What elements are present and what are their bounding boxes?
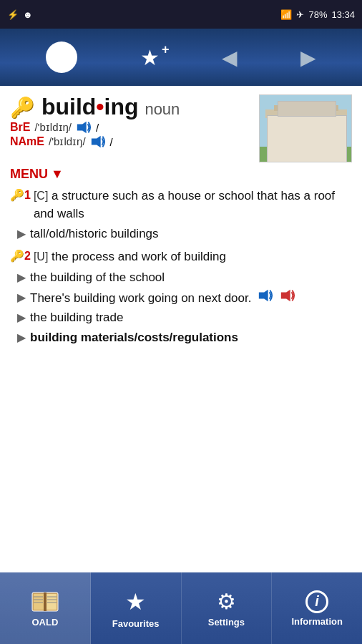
- bre-label: BrE: [10, 121, 30, 134]
- svg-rect-14: [318, 135, 327, 144]
- example-text-2-2: There's building work going on next door…: [30, 289, 295, 307]
- def-text-2: [U] the process and work of building: [34, 248, 226, 266]
- name-pron: /'bɪldɪŋ/: [49, 135, 86, 148]
- bre-pron: /'bɪldɪŋ/: [34, 121, 72, 134]
- tab-oald-label: OALD: [31, 617, 58, 628]
- example-2-3: ▶ the building trade: [17, 309, 352, 326]
- book-icon: [31, 590, 59, 614]
- android-icon: ☻: [23, 9, 33, 20]
- bre-slash: /: [96, 122, 99, 134]
- example-2-1: ▶ the building of the school: [17, 269, 352, 286]
- menu-arrow: ▼: [51, 167, 64, 182]
- svg-marker-22: [281, 289, 290, 301]
- status-left: ⚡ ☻: [7, 9, 33, 20]
- arrow-icon-3: ▶: [17, 291, 26, 304]
- svg-rect-19: [314, 115, 316, 149]
- tab-settings[interactable]: ⚙ Settings: [182, 572, 273, 644]
- tab-bar: OALD ★ Favourites ⚙ Settings i Informati…: [0, 572, 362, 644]
- name-sound-button[interactable]: [90, 135, 106, 148]
- bre-sound-button[interactable]: [76, 121, 92, 134]
- example-sound-1[interactable]: [258, 289, 273, 302]
- arrow-icon: ▶: [17, 227, 26, 240]
- svg-rect-6: [274, 105, 338, 111]
- svg-rect-18: [295, 115, 298, 149]
- svg-rect-3: [260, 147, 352, 162]
- status-right: 📶 ✈ 78% 13:34: [280, 9, 355, 20]
- svg-rect-5: [265, 109, 347, 118]
- name-pronunciation: NAmE /'bɪldɪŋ/ /: [10, 135, 252, 148]
- example-2-4: ▶ building materials/costs/regulations: [17, 329, 352, 346]
- definition-2: 🔑2 [U] the process and work of building …: [10, 248, 352, 346]
- example-text-2-3: the building trade: [30, 309, 123, 326]
- word-title: 🔑 build•ing noun: [10, 94, 252, 119]
- def-icon-1: 🔑1: [10, 188, 31, 202]
- star-tab-icon: ★: [125, 588, 146, 615]
- building-illustration: [260, 95, 352, 162]
- menu-label[interactable]: MENU ▼: [10, 167, 352, 182]
- example-text-2-1: the building of the school: [30, 269, 165, 286]
- tab-oald[interactable]: OALD: [0, 572, 91, 644]
- battery-text: 78%: [308, 9, 327, 20]
- svg-rect-11: [333, 120, 338, 130]
- def-icon-2: 🔑2: [10, 249, 31, 263]
- back-arrow[interactable]: ◀: [222, 46, 238, 69]
- key-icon: 🔑: [10, 97, 35, 119]
- bookmark-star-area[interactable]: ★ +: [140, 45, 160, 70]
- svg-rect-4: [270, 115, 342, 149]
- svg-rect-17: [281, 115, 283, 149]
- svg-rect-20: [328, 115, 331, 149]
- svg-rect-16: [301, 134, 313, 149]
- wifi-icon: 📶: [280, 9, 292, 20]
- name-slash: /: [110, 136, 113, 148]
- def-number-2: 🔑2 [U] the process and work of building: [10, 248, 352, 266]
- tab-information-label: Information: [291, 616, 343, 627]
- usb-icon: ⚡: [7, 9, 19, 20]
- arrow-icon-4: ▶: [17, 311, 26, 324]
- tab-favourites[interactable]: ★ Favourites: [91, 572, 182, 644]
- info-tab-icon: i: [305, 590, 328, 613]
- word-pos: noun: [145, 100, 180, 118]
- definition-1: 🔑1 [C] a structure such as a house or sc…: [10, 187, 352, 243]
- svg-rect-8: [290, 120, 298, 130]
- svg-marker-0: [77, 122, 87, 134]
- time-display: 13:34: [331, 9, 355, 20]
- example-text-1-1: tall/old/historic buildings: [30, 225, 159, 243]
- status-bar: ⚡ ☻ 📶 ✈ 78% 13:34: [0, 0, 362, 29]
- name-label: NAmE: [10, 135, 44, 148]
- example-2-2: ▶ There's building work going on next do…: [17, 289, 352, 307]
- word-image: [259, 94, 352, 162]
- def-text-1: [C] a structure such as a house or schoo…: [34, 187, 352, 223]
- arrow-icon-5: ▶: [17, 331, 26, 344]
- forward-arrow[interactable]: ▶: [300, 46, 316, 69]
- svg-rect-13: [290, 135, 298, 144]
- menu-text: MENU: [10, 167, 48, 182]
- main-content: 🔑 build•ing noun BrE /'bɪldɪŋ/ /: [0, 86, 362, 558]
- svg-rect-15: [333, 135, 338, 144]
- nav-bar: ★ + ◀ ▶: [0, 29, 362, 86]
- word-title-area: 🔑 build•ing noun BrE /'bɪldɪŋ/ /: [10, 94, 252, 150]
- plus-icon: +: [162, 42, 170, 57]
- word-header: 🔑 build•ing noun BrE /'bɪldɪŋ/ /: [10, 94, 352, 162]
- svg-rect-10: [318, 120, 327, 130]
- word-text: build•ing: [41, 94, 139, 119]
- tab-settings-label: Settings: [208, 617, 245, 628]
- svg-rect-24: [34, 594, 44, 610]
- svg-marker-21: [259, 289, 268, 301]
- example-sound-2[interactable]: [280, 289, 295, 302]
- star-icon: ★: [140, 45, 160, 70]
- tab-favourites-label: Favourites: [112, 618, 160, 629]
- example-1-1: ▶ tall/old/historic buildings: [17, 225, 352, 243]
- svg-rect-7: [275, 120, 284, 130]
- svg-rect-12: [275, 135, 284, 144]
- tab-information[interactable]: i Information: [272, 572, 362, 644]
- arrow-icon-2: ▶: [17, 270, 26, 284]
- def-number-1: 🔑1 [C] a structure such as a house or sc…: [10, 187, 352, 223]
- airplane-icon: ✈: [296, 9, 304, 20]
- bre-pronunciation: BrE /'bɪldɪŋ/ /: [10, 121, 252, 134]
- svg-marker-1: [91, 136, 100, 148]
- home-button[interactable]: [46, 42, 77, 73]
- example-bold: building materials/costs/regulations: [30, 329, 238, 346]
- svg-rect-26: [44, 592, 47, 611]
- gear-tab-icon: ⚙: [217, 589, 236, 614]
- svg-rect-25: [46, 594, 57, 610]
